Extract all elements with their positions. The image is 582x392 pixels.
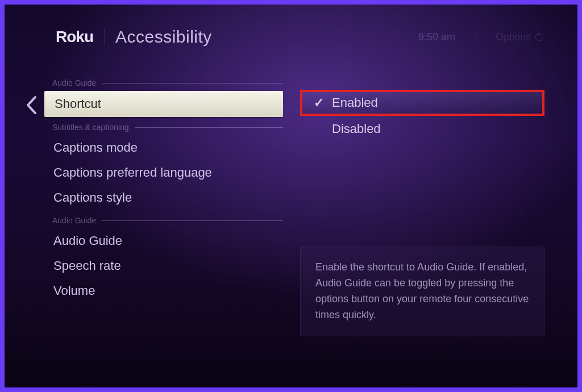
page-title: Accessibility bbox=[115, 27, 212, 47]
menu-item-shortcut[interactable]: Shortcut bbox=[44, 91, 283, 117]
menu-item-captions-mode[interactable]: Captions mode bbox=[44, 135, 283, 160]
section-header-subtitles: Subtitles & captioning bbox=[52, 123, 283, 132]
separator bbox=[476, 31, 476, 43]
section-header-audio-guide-top: Audio Guide bbox=[52, 78, 283, 87]
section-label: Subtitles & captioning bbox=[52, 123, 129, 132]
menu-item-label: Captions style bbox=[53, 190, 132, 205]
header: Roku Accessibility 9:50 am Options bbox=[56, 27, 543, 47]
menu-item-label: Speech rate bbox=[53, 258, 121, 273]
separator bbox=[105, 28, 105, 45]
header-right: 9:50 am Options bbox=[418, 31, 543, 43]
menu-item-captions-style[interactable]: Captions style bbox=[44, 185, 283, 210]
description-panel: Enable the shortcut to Audio Guide. If e… bbox=[300, 247, 544, 336]
menu-item-label: Captions preferred language bbox=[53, 165, 212, 180]
back-button[interactable] bbox=[25, 95, 38, 118]
menu-item-audio-guide[interactable]: Audio Guide bbox=[44, 228, 283, 253]
roku-logo: Roku bbox=[56, 28, 93, 46]
option-enabled[interactable]: ✓ Enabled bbox=[300, 90, 544, 116]
options-icon bbox=[535, 33, 543, 41]
menu-item-label: Audio Guide bbox=[53, 233, 122, 248]
settings-screen: Roku Accessibility 9:50 am Options Audio… bbox=[5, 5, 577, 387]
menu-item-speech-rate[interactable]: Speech rate bbox=[44, 253, 283, 278]
menu-item-label: Shortcut bbox=[55, 97, 101, 111]
divider bbox=[102, 83, 283, 84]
menu-item-label: Captions mode bbox=[53, 140, 138, 155]
menu-item-label: Volume bbox=[53, 283, 95, 298]
option-label: Disabled bbox=[332, 122, 381, 136]
settings-menu: Audio Guide Shortcut Subtitles & caption… bbox=[44, 73, 283, 303]
chevron-left-icon bbox=[25, 95, 38, 115]
option-label: Enabled bbox=[332, 95, 378, 110]
clock: 9:50 am bbox=[418, 31, 455, 43]
menu-item-volume[interactable]: Volume bbox=[44, 278, 283, 303]
option-disabled[interactable]: Disabled bbox=[300, 116, 544, 142]
menu-item-captions-language[interactable]: Captions preferred language bbox=[44, 160, 283, 185]
divider bbox=[102, 220, 283, 221]
description-text: Enable the shortcut to Audio Guide. If e… bbox=[315, 261, 529, 320]
section-label: Audio Guide bbox=[52, 216, 96, 225]
section-label: Audio Guide bbox=[52, 78, 96, 87]
options-hint: Options bbox=[496, 31, 543, 43]
section-header-audio-guide: Audio Guide bbox=[52, 216, 283, 225]
options-hint-label: Options bbox=[496, 31, 531, 43]
option-list: ✓ Enabled Disabled bbox=[300, 90, 544, 142]
divider bbox=[135, 127, 283, 128]
check-icon: ✓ bbox=[314, 95, 324, 110]
